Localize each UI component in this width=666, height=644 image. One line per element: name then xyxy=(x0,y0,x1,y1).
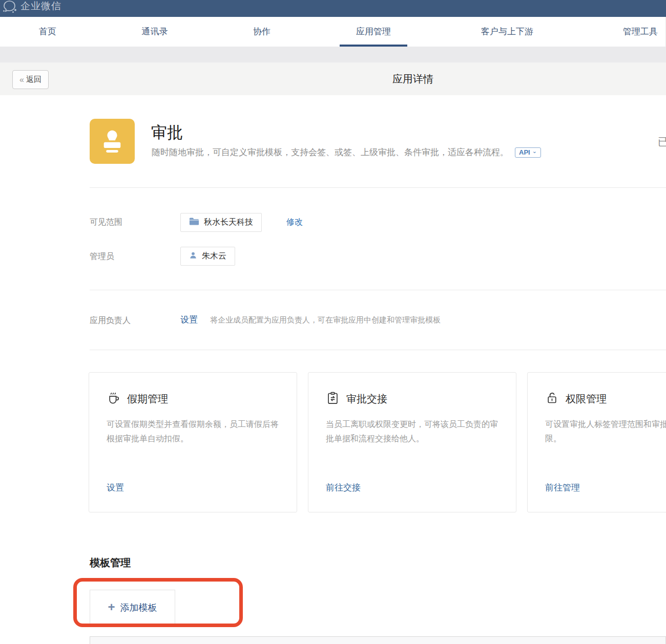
template-table-header-clipped xyxy=(90,636,666,644)
person-icon xyxy=(189,251,197,262)
folder-icon xyxy=(189,217,199,228)
admin-value: 朱木云 xyxy=(202,251,226,262)
card-description: 可设置审批人标签管理范围和审批数据查看权限。 xyxy=(545,417,666,446)
add-template-label: 添加模板 xyxy=(120,602,157,614)
divider xyxy=(90,290,666,290)
nav-tab-apps[interactable]: 应用管理 xyxy=(356,17,391,47)
divider xyxy=(90,350,666,350)
wework-logo-icon xyxy=(2,0,17,14)
add-template-button[interactable]: + 添加模板 xyxy=(90,590,175,625)
top-bar: 企业微信 xyxy=(0,0,666,17)
card-head: 权限管理 xyxy=(545,391,666,407)
subheader-band: « 返回 应用详情 xyxy=(0,62,666,95)
owner-label: 应用负责人 xyxy=(90,315,131,326)
app-name: 审批 xyxy=(151,122,183,143)
nav-tab-home[interactable]: 首页 xyxy=(39,17,56,47)
card-head: 假期管理 xyxy=(107,391,279,407)
nav-tab-tools[interactable]: 管理工具 xyxy=(623,17,658,47)
visible-scope-chip: 秋水长天科技 xyxy=(180,213,262,232)
chevron-down-icon: ⌄ xyxy=(532,148,537,155)
card-head: 审批交接 xyxy=(326,391,498,407)
card-holiday-management: 假期管理 可设置假期类型并查看假期余额，员工请假后将根据审批单自动扣假。 设置 xyxy=(89,372,297,512)
go-handover-link[interactable]: 前往交接 xyxy=(326,482,361,493)
card-title: 假期管理 xyxy=(127,392,168,406)
lock-open-icon xyxy=(545,391,559,407)
visible-scope-value: 秋水长天科技 xyxy=(204,217,253,228)
brand: 企业微信 xyxy=(2,0,61,14)
nav-tab-customers[interactable]: 客户与上下游 xyxy=(481,17,533,47)
app-detail-page: 企业微信 首页 通讯录 协作 应用管理 客户与上下游 管理工具 « 返回 应用详… xyxy=(0,0,666,644)
visible-scope-label: 可见范围 xyxy=(90,217,122,228)
card-approval-handover: 审批交接 当员工离职或权限变更时，可将该员工负责的审批单据和流程交接给他人。 前… xyxy=(308,372,516,512)
modify-scope-link[interactable]: 修改 xyxy=(286,217,303,228)
owner-set-link[interactable]: 设置 xyxy=(180,314,198,326)
nav-tab-collab[interactable]: 协作 xyxy=(253,17,270,47)
app-description: 随时随地审批，可自定义审批模板，支持会签、或签、上级审批、条件审批，适应各种流程… xyxy=(152,146,509,158)
card-description: 可设置假期类型并查看假期余额，员工请假后将根据审批单自动扣假。 xyxy=(107,417,279,446)
app-icon-stamp xyxy=(90,119,135,164)
nav-tab-contacts[interactable]: 通讯录 xyxy=(142,17,168,47)
page-title: 应用详情 xyxy=(392,72,433,86)
go-manage-link[interactable]: 前往管理 xyxy=(545,482,580,493)
main-nav: 首页 通讯录 协作 应用管理 客户与上下游 管理工具 xyxy=(0,17,666,47)
template-section-heading: 模板管理 xyxy=(90,556,131,570)
double-chevron-left-icon: « xyxy=(19,75,24,84)
back-button[interactable]: « 返回 xyxy=(12,70,49,89)
api-dropdown-badge[interactable]: API ⌄ xyxy=(515,147,541,158)
feature-cards: 假期管理 可设置假期类型并查看假期余额，员工请假后将根据审批单自动扣假。 设置 … xyxy=(89,372,666,512)
owner-hint: 将企业成员配置为应用负责人，可在审批应用中创建和管理审批模板 xyxy=(210,315,441,325)
plus-icon: + xyxy=(108,601,115,613)
clipboard-transfer-icon xyxy=(326,391,340,407)
admin-label: 管理员 xyxy=(90,251,114,262)
cup-icon xyxy=(107,391,120,407)
subheader-strip xyxy=(0,47,666,62)
card-permission-management: 权限管理 可设置审批人标签管理范围和审批数据查看权限。 前往管理 xyxy=(527,372,666,512)
card-title: 权限管理 xyxy=(566,392,607,406)
app-description-row: 随时随地审批，可自定义审批模板，支持会签、或签、上级审批、条件审批，适应各种流程… xyxy=(152,146,541,158)
back-button-label: 返回 xyxy=(26,75,41,84)
card-title: 审批交接 xyxy=(346,392,387,406)
brand-name: 企业微信 xyxy=(20,0,61,13)
admin-chip: 朱木云 xyxy=(180,247,235,266)
divider xyxy=(90,187,666,188)
status-text-clipped: 已 xyxy=(658,135,666,149)
card-description: 当员工离职或权限变更时，可将该员工负责的审批单据和流程交接给他人。 xyxy=(326,417,498,446)
holiday-settings-link[interactable]: 设置 xyxy=(107,482,124,493)
api-badge-label: API xyxy=(519,148,530,156)
